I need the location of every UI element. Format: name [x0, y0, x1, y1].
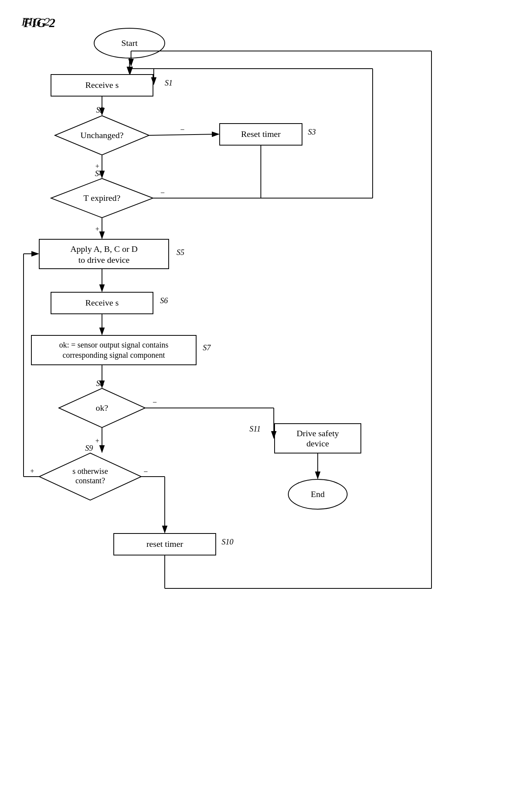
svg-text:–: – [180, 125, 185, 133]
svg-text:End: End [311, 489, 324, 499]
svg-text:S10: S10 [222, 537, 233, 546]
svg-text:+: + [95, 437, 99, 445]
svg-text:ok?: ok? [96, 403, 108, 413]
svg-text:+: + [95, 162, 99, 170]
svg-text:Receive s: Receive s [86, 298, 119, 308]
svg-text:–: – [153, 398, 157, 406]
svg-text:to drive device: to drive device [78, 255, 130, 265]
svg-text:Receive s: Receive s [86, 80, 119, 90]
svg-text:reset timer: reset timer [146, 539, 183, 549]
svg-text:device: device [306, 439, 329, 448]
svg-text:–: – [160, 188, 165, 196]
svg-text:S2: S2 [96, 106, 104, 114]
svg-text:ok: = sensor output signal con: ok: = sensor output signal contains [59, 340, 169, 350]
svg-text:S9: S9 [85, 444, 93, 452]
svg-text:+: + [30, 467, 34, 475]
svg-text:S8: S8 [96, 379, 104, 388]
svg-text:Unchanged?: Unchanged? [80, 130, 124, 140]
svg-line-46 [149, 134, 219, 135]
svg-text:S6: S6 [160, 296, 168, 305]
flowchart: Start Receive s S1 Unchanged? S2 Reset t… [0, 0, 517, 812]
svg-text:S7: S7 [203, 343, 211, 352]
svg-text:S1: S1 [165, 78, 173, 87]
figure-label: FIG 2 [22, 15, 50, 28]
svg-text:constant?: constant? [75, 476, 105, 485]
svg-text:Reset timer: Reset timer [241, 129, 281, 139]
svg-text:+: + [95, 225, 99, 233]
svg-text:corresponding signal component: corresponding signal component [62, 351, 165, 360]
svg-text:T expired?: T expired? [84, 193, 120, 203]
svg-text:–: – [144, 467, 148, 475]
svg-text:S5: S5 [177, 248, 184, 257]
svg-text:S11: S11 [249, 424, 261, 433]
svg-text:Drive safety: Drive safety [297, 428, 339, 438]
page: FIG 2 Start Receive s S1 Unchanged? S2 R… [0, 0, 517, 812]
svg-text:Start: Start [121, 38, 138, 48]
svg-text:Apply A, B, C or D: Apply A, B, C or D [70, 244, 138, 254]
svg-rect-22 [31, 335, 196, 365]
svg-text:s otherwise: s otherwise [73, 467, 108, 475]
svg-text:S3: S3 [308, 127, 316, 136]
